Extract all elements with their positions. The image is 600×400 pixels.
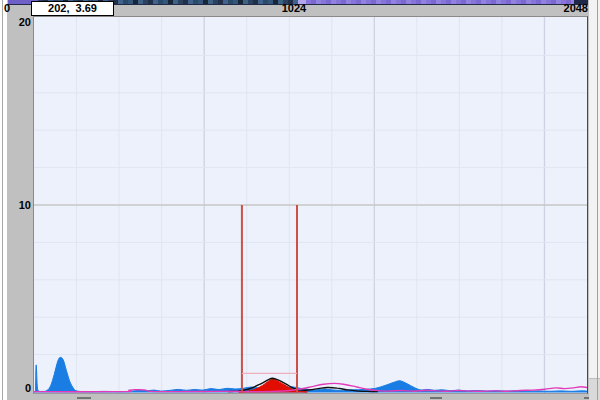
y-axis-label-20: 20	[7, 16, 31, 28]
density-strip-segment	[306, 0, 574, 4]
window-left-border	[0, 0, 7, 400]
y-axis-label-0: 0	[7, 382, 31, 394]
left-border-line	[2, 0, 3, 400]
spectrum-chart[interactable]	[34, 17, 587, 393]
window-bottom-strip	[7, 394, 589, 400]
x-axis-header: 0 202, 3.69 1024 2048	[7, 0, 589, 16]
cursor-readout: 202, 3.69	[31, 1, 114, 16]
scrollbar-corner	[589, 378, 600, 400]
mca-spectrum-window: 0 202, 3.69 1024 2048 20 10 0	[0, 0, 600, 400]
clipped-tick-label	[77, 397, 91, 399]
x-axis-label-2048: 2048	[544, 3, 588, 14]
y-axis-label-10: 10	[7, 199, 31, 211]
right-border-line	[597, 0, 598, 400]
x-axis-label-0: 0	[4, 3, 10, 14]
window-right-border	[589, 0, 600, 400]
spectrum-plot-area[interactable]	[33, 16, 588, 394]
x-axis-label-1024: 1024	[274, 3, 314, 14]
clipped-tick-label	[430, 397, 442, 399]
